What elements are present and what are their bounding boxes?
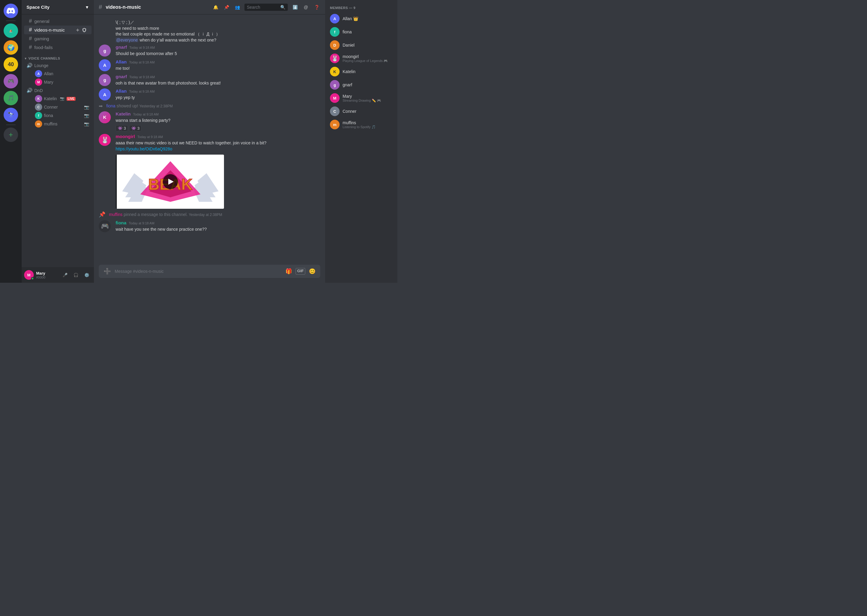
message-group-fiona: 🎮 fiona Today at 9:18 AM wait have you s… (94, 219, 325, 234)
message-text-allan-2: yep yep ty (116, 95, 320, 101)
author-moongirl[interactable]: moongirl (116, 134, 135, 139)
channel-item-videos-n-music[interactable]: # videos-n-music (24, 25, 91, 34)
system-user-fiona[interactable]: fiona (106, 104, 115, 108)
member-item-fiona[interactable]: f fiona (328, 25, 395, 39)
message-content-gnarf-2: gnarf Today at 9:18 AM ooh is that new a… (116, 74, 320, 86)
message-content-allan-2: Allan Today at 9:18 AM yep yep ty (116, 88, 320, 101)
message-text-allan-1: me too! (116, 66, 320, 72)
member-item-allan[interactable]: A Allan 👑 (328, 12, 395, 25)
channel-item-gaming[interactable]: # gaming (24, 34, 91, 43)
video-thumbnail[interactable]: BEAK (117, 155, 224, 209)
download-icon[interactable]: ⬇️ (292, 4, 299, 11)
author-allan-1[interactable]: Allan (116, 59, 127, 64)
gif-button[interactable]: GIF (296, 268, 305, 275)
voice-channel-lounge[interactable]: 🔊 Lounge (22, 61, 94, 69)
message-group-allan-1: A Allan Today at 9:18 AM me too! (94, 58, 325, 73)
voice-user-name-fiona: fiona (44, 113, 53, 118)
author-gnarf-2[interactable]: gnarf (116, 74, 127, 79)
message-group-katelin: K Katelin Today at 9:18 AM wanna start a… (94, 110, 325, 133)
voice-user-name-muffins: muffins (44, 121, 57, 126)
voice-avatar-fiona: f (35, 112, 42, 119)
member-item-muffins[interactable]: m muffins Listening to Spotify 🎵 (328, 118, 395, 131)
author-gnarf[interactable]: gnarf (116, 44, 127, 50)
message-group-allan-2: A Allan Today at 9:18 AM yep yep ty (94, 87, 325, 102)
member-item-mary[interactable]: M Mary Streaming Drawing ✏️ 🎮 (328, 91, 395, 105)
add-file-button[interactable]: ➕ (104, 268, 111, 275)
server-icon-3[interactable]: 40 (4, 57, 18, 72)
channel-header-name: videos-n-music (106, 5, 141, 10)
live-video-icons: 📷 LIVE (60, 97, 76, 101)
member-name-fiona: fiona (342, 30, 393, 34)
bell-icon[interactable]: 🔔 (212, 4, 219, 11)
member-status-mary: Streaming Drawing ✏️ 🎮 (342, 99, 393, 102)
message-text-fiona: wait have you see the new dance practice… (116, 226, 320, 233)
timestamp-fiona: Today at 9:18 AM (129, 222, 154, 225)
help-icon[interactable]: ❓ (313, 4, 320, 11)
member-item-moongirl[interactable]: 🐰 moongirl Playing League of Legends 🎮 (328, 52, 395, 65)
camera-icon-conner: 📷 (84, 105, 89, 110)
server-icon-4[interactable]: 🎮 (4, 74, 18, 88)
member-info-daniel: Daniel (342, 43, 393, 47)
member-name-muffins: muffins (342, 120, 393, 125)
server-icon-5[interactable]: 🎵 (4, 91, 18, 105)
mute-button[interactable]: 🎤 (60, 270, 70, 280)
add-member-icon[interactable] (75, 28, 80, 33)
voice-user-mary[interactable]: M Mary (24, 78, 91, 86)
server-header[interactable]: Space City ▼ (22, 0, 94, 14)
gift-icon[interactable]: 🎁 (285, 268, 292, 275)
pin-icon[interactable]: 📌 (223, 4, 230, 11)
deafen-button[interactable]: 🎧 (71, 270, 81, 280)
camera-icon-katelin: 📷 (60, 97, 65, 101)
member-item-daniel[interactable]: D Daniel (328, 39, 395, 52)
author-fiona[interactable]: fiona (116, 220, 126, 225)
voice-user-muffins[interactable]: m muffins 📷 (24, 120, 91, 128)
voice-user-katelin[interactable]: K Katelin 📷 LIVE (24, 94, 91, 103)
voice-user-name-allan: Allan (44, 71, 53, 76)
members-icon[interactable]: 👥 (233, 4, 241, 11)
member-item-conner[interactable]: C Conner (328, 105, 395, 118)
channel-name-gaming: gaming (34, 36, 49, 41)
pin-notification: 📌 muffins pinned a message to this chann… (94, 210, 325, 219)
home-button[interactable] (4, 4, 18, 18)
voice-user-name-katelin: Katelin (44, 96, 57, 101)
message-text-gnarf-1: Should be good tomorrow after 5 (116, 51, 320, 57)
member-item-gnarf[interactable]: g gnarf (328, 78, 395, 91)
settings-button[interactable]: ⚙️ (82, 270, 91, 280)
voice-channel-dnd[interactable]: 🔊 DnD (22, 86, 94, 94)
add-server-button[interactable]: + (4, 127, 18, 142)
voice-user-fiona[interactable]: f fiona 📷 (24, 111, 91, 120)
member-avatar-allan: A (330, 14, 340, 24)
voice-avatar-katelin: K (35, 95, 42, 102)
voice-user-allan[interactable]: A Allan (24, 69, 91, 78)
voice-section-header[interactable]: ▼ VOICE CHANNELS (22, 52, 94, 61)
member-info-muffins: muffins Listening to Spotify 🎵 (342, 120, 393, 129)
server-list: ⛵ 🌍 40 🎮 🎵 🔭 + (0, 0, 22, 283)
search-bar[interactable]: Search 🔍 (244, 4, 288, 11)
member-info-allan: Allan 👑 (342, 16, 393, 21)
author-katelin[interactable]: Katelin (116, 111, 131, 116)
play-button[interactable] (163, 174, 178, 189)
voice-avatar-muffins: m (35, 120, 42, 127)
emoji-button[interactable]: 😊 (309, 268, 315, 275)
at-icon[interactable]: @ (302, 4, 309, 11)
member-avatar-muffins-members: m (330, 120, 340, 129)
settings-icon[interactable] (82, 28, 87, 33)
voice-user-conner[interactable]: C Conner 📷 (24, 103, 91, 111)
header-actions: 🔔 📌 👥 Search 🔍 ⬇️ @ ❓ (212, 4, 320, 11)
reaction-1[interactable]: 👾 3 (116, 125, 128, 132)
channel-item-food-fails[interactable]: # food-fails (24, 43, 91, 52)
channel-item-general[interactable]: # general (24, 17, 91, 25)
reaction-2[interactable]: 👾 3 (129, 125, 142, 132)
server-icon-6[interactable]: 🔭 (4, 108, 18, 122)
member-item-katelin[interactable]: K Katelin (328, 65, 395, 78)
youtube-link[interactable]: https://youtu.be/OiDx6aQ928o (116, 146, 172, 151)
message-input[interactable]: Message #videos-n-music (115, 266, 282, 277)
message-continuation-mary: \( ; ▽ ; )／ we need to watch more the la… (94, 19, 325, 43)
author-allan-2[interactable]: Allan (116, 88, 127, 94)
reaction-count-1: 3 (124, 126, 126, 130)
avatar-katelin: K (99, 111, 111, 123)
server-icon-2[interactable]: 🌍 (4, 40, 18, 55)
pin-user[interactable]: muffins (109, 212, 123, 217)
timestamp-moongirl: Today at 9:18 AM (137, 135, 163, 139)
server-icon-1[interactable]: ⛵ (4, 24, 18, 38)
